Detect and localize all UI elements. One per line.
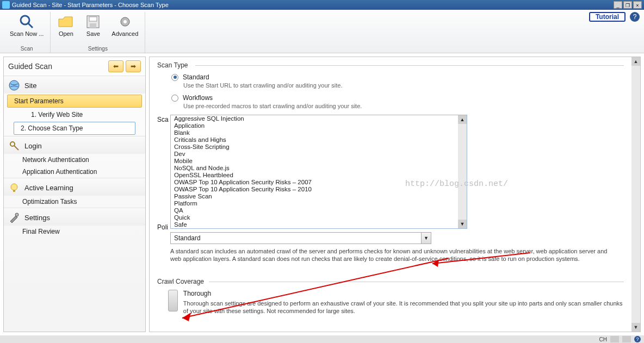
ribbon-toolbar: Scan Now ... Scan Open Save	[0, 10, 644, 53]
section-settings[interactable]: Settings	[4, 208, 145, 226]
tutorial-button[interactable]: Tutorial	[589, 12, 626, 22]
policy-listbox[interactable]: ▲ ▼ Aggressive SQL InjectionApplicationB…	[170, 115, 467, 229]
policy-list-scrollbar[interactable]: ▲ ▼	[458, 115, 467, 228]
policy-option[interactable]: Passive Scan	[171, 193, 467, 200]
scroll-down-icon[interactable]: ▼	[458, 220, 467, 228]
svg-rect-4	[90, 23, 96, 28]
poli-label: Poli	[157, 223, 168, 231]
scroll-up-icon[interactable]: ▲	[458, 115, 467, 124]
policy-option[interactable]: Blank	[171, 129, 467, 136]
nav-final-review[interactable]: Final Review	[4, 226, 145, 238]
radio-standard-input[interactable]	[171, 74, 178, 81]
section-login[interactable]: Login	[4, 136, 145, 154]
folder-icon	[57, 13, 75, 30]
advanced-button[interactable]: Advanced	[109, 12, 140, 38]
status-help-icon[interactable]: ?	[634, 336, 641, 342]
crawl-slider[interactable]	[168, 290, 178, 311]
scroll-down-icon[interactable]: ▼	[631, 323, 640, 332]
workflows-desc: Use pre-recorded macros to start crawlin…	[183, 103, 624, 109]
section-settings-label: Settings	[24, 214, 50, 222]
policy-combo-value: Standard	[171, 234, 421, 242]
magnifier-icon	[18, 13, 35, 30]
scan-now-button[interactable]: Scan Now ...	[8, 12, 46, 38]
policy-option[interactable]: Dev	[171, 151, 467, 158]
scan-type-legend: Scan Type	[157, 61, 624, 69]
status-lang: CH	[599, 336, 607, 342]
window-title: Guided Scan - Site - Start Parameters - …	[12, 2, 169, 8]
section-active-label: Active Learning	[24, 184, 73, 192]
status-bar: CH ?	[0, 335, 644, 343]
wizard-back-button[interactable]: ⬅	[108, 60, 123, 72]
crawl-coverage-fieldset: Crawl Coverage Thorough Thorough scan se…	[157, 278, 624, 315]
policy-option[interactable]: OpenSSL Heartbleed	[171, 172, 467, 179]
bulb-icon	[8, 182, 20, 194]
status-icon-1[interactable]	[610, 336, 619, 342]
help-icon[interactable]: ?	[630, 12, 640, 22]
scan-now-label: Scan Now ...	[10, 30, 44, 37]
policy-option[interactable]: NoSQL and Node.js	[171, 165, 467, 172]
svg-line-1	[28, 23, 33, 28]
policy-option[interactable]: Mobile	[171, 158, 467, 165]
section-login-label: Login	[24, 142, 42, 150]
crawl-desc: Thorough scan settings are designed to p…	[183, 300, 624, 315]
policy-option[interactable]: Quick	[171, 214, 467, 221]
scan-type-fieldset: Scan Type Standard Use the Start URL to …	[157, 61, 624, 109]
section-site[interactable]: Site	[4, 76, 145, 93]
radio-workflows[interactable]: Workflows	[171, 94, 624, 102]
open-button[interactable]: Open	[55, 12, 77, 38]
close-button[interactable]: ×	[633, 1, 642, 9]
open-label: Open	[59, 30, 73, 37]
policy-option[interactable]: QA	[171, 207, 467, 214]
nav-application-auth[interactable]: Application Authentication	[4, 166, 145, 178]
section-active-learning[interactable]: Active Learning	[4, 178, 145, 196]
section-site-label: Site	[24, 82, 36, 90]
nav-optimization-tasks[interactable]: Optimization Tasks	[4, 196, 145, 208]
policy-option[interactable]: Safe	[171, 221, 467, 228]
app-icon	[2, 1, 10, 9]
save-label: Save	[86, 30, 100, 37]
policy-option[interactable]: Platform	[171, 200, 467, 207]
gear-icon	[116, 13, 134, 30]
policy-option[interactable]: SQL Injection	[171, 228, 467, 229]
chevron-down-icon[interactable]: ▼	[421, 233, 431, 244]
svg-point-12	[15, 213, 18, 216]
crawl-legend: Crawl Coverage	[157, 278, 624, 285]
key-icon	[8, 140, 20, 152]
policy-option[interactable]: OWASP Top 10 Application Security Risks …	[171, 186, 467, 193]
wizard-nav-panel: Guided Scan ⬅ ➡ Site Start Parameters 1.…	[3, 57, 146, 332]
policy-option[interactable]: Aggressive SQL Injection	[171, 115, 467, 122]
nav-choose-scan-type[interactable]: 2. Choose Scan Type	[14, 122, 135, 135]
svg-rect-11	[13, 190, 15, 192]
svg-point-6	[123, 20, 127, 23]
policy-option[interactable]: Criticals and Highs	[171, 136, 467, 144]
radio-workflows-input[interactable]	[171, 95, 178, 102]
nav-verify-website[interactable]: 1. Verify Web Site	[4, 109, 145, 121]
svg-point-8	[10, 142, 15, 146]
save-button[interactable]: Save	[82, 12, 104, 38]
main-scrollbar[interactable]: ▲ ▼	[631, 57, 640, 332]
wizard-next-button[interactable]: ➡	[126, 60, 141, 72]
ribbon-group-settings: Settings	[88, 46, 108, 52]
policy-option[interactable]: Cross-Site Scripting	[171, 144, 467, 151]
svg-line-9	[14, 146, 18, 150]
main-panel: ▲ ▼ Scan Type Standard Use the Start URL…	[149, 57, 641, 332]
status-icon-2[interactable]	[622, 336, 631, 342]
nav-start-parameters[interactable]: Start Parameters	[7, 95, 142, 108]
restore-button[interactable]: ❐	[623, 1, 632, 9]
radio-standard[interactable]: Standard	[171, 73, 624, 81]
window-titlebar: Guided Scan - Site - Start Parameters - …	[0, 0, 644, 10]
sca-label: Sca	[157, 116, 169, 123]
standard-desc: Use the Start URL to start crawling and/…	[183, 82, 624, 89]
svg-point-10	[11, 184, 17, 190]
nav-network-auth[interactable]: Network Authentication	[4, 154, 145, 166]
wizard-title: Guided Scan	[8, 62, 52, 71]
policy-option[interactable]: OWASP Top 10 Application Security Risks …	[171, 179, 467, 186]
ribbon-group-scan: Scan	[21, 46, 33, 52]
floppy-icon	[84, 13, 102, 30]
policy-combobox[interactable]: Standard ▼	[170, 232, 431, 244]
svg-rect-3	[89, 17, 97, 21]
scroll-up-icon[interactable]: ▲	[631, 57, 640, 66]
policy-option[interactable]: Application	[171, 122, 467, 129]
svg-point-0	[21, 16, 29, 24]
minimize-button[interactable]: _	[614, 1, 622, 9]
